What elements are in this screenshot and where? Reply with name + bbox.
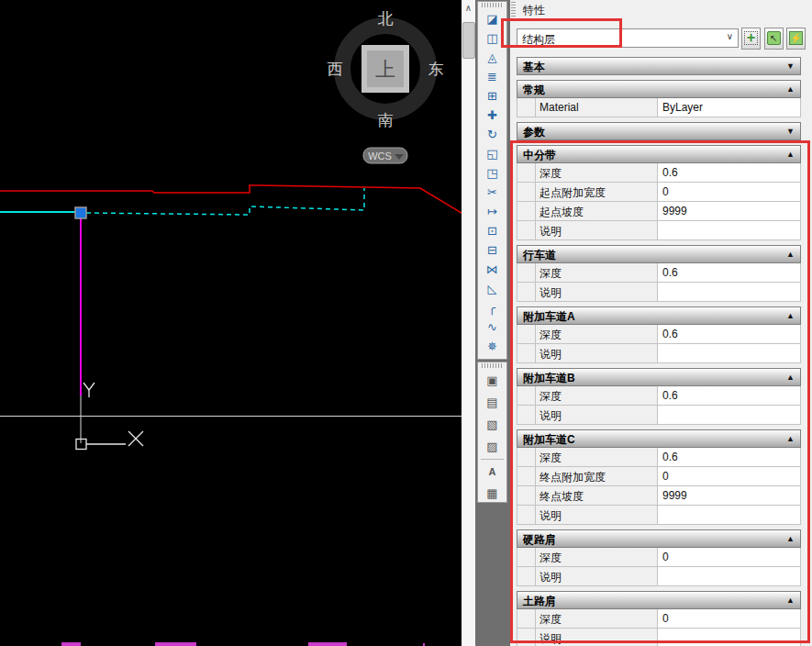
- collapse-arrow-icon[interactable]: ▲: [786, 84, 795, 94]
- section-header[interactable]: 行车道 ▲: [517, 245, 801, 263]
- property-value-field[interactable]: ByLayer: [657, 98, 801, 117]
- explode-icon[interactable]: ✵: [478, 337, 506, 356]
- property-value-field[interactable]: [657, 506, 801, 525]
- scrollbar-thumb[interactable]: [462, 22, 475, 59]
- palette-scrollbar[interactable]: ∧: [462, 0, 475, 646]
- property-value-field[interactable]: 0: [657, 609, 801, 629]
- property-value-field[interactable]: 0.6: [657, 386, 801, 406]
- object-type-dropdown[interactable]: 结构层 ∨: [517, 28, 739, 48]
- row-indent: [517, 548, 535, 567]
- blend-curves-icon[interactable]: ∿: [478, 317, 506, 337]
- extend-icon[interactable]: ↦: [478, 202, 506, 221]
- mirror-icon[interactable]: ◬: [478, 48, 506, 67]
- property-value-field[interactable]: 9999: [657, 486, 801, 506]
- send-under-objects-icon[interactable]: ▨: [478, 436, 506, 458]
- compass-west-label[interactable]: 西: [328, 61, 343, 78]
- property-value-field[interactable]: [657, 629, 801, 646]
- bottom-section-markers: [61, 642, 425, 646]
- bring-above-objects-icon[interactable]: ▧: [478, 414, 506, 436]
- move-icon[interactable]: ✚: [478, 106, 506, 125]
- collapse-arrow-icon[interactable]: ▲: [786, 311, 795, 320]
- collapse-arrow-icon[interactable]: ▲: [786, 434, 795, 443]
- section-title: 中分带: [523, 148, 556, 163]
- toolbar-grip[interactable]: [482, 363, 503, 368]
- erase-icon[interactable]: ◪: [478, 9, 506, 28]
- stretch-icon[interactable]: ◳: [478, 163, 506, 183]
- section-header[interactable]: 附加车道B ▲: [517, 368, 801, 386]
- viewcube-top-label[interactable]: 上: [375, 58, 395, 81]
- compass-south-label[interactable]: 南: [378, 112, 394, 129]
- section-marker[interactable]: [308, 642, 347, 646]
- row-indent: [517, 609, 535, 629]
- object-type-value: 结构层: [522, 32, 555, 48]
- palette-titlebar[interactable]: 特性: [510, 0, 812, 18]
- property-row: 说明: [517, 221, 801, 240]
- section-header[interactable]: 中分带 ▲: [517, 145, 801, 163]
- hatch-to-back-icon[interactable]: ▦: [478, 483, 506, 505]
- collapse-arrow-icon[interactable]: ▼: [786, 127, 795, 136]
- property-value-field[interactable]: 9999: [657, 202, 801, 221]
- fillet-icon[interactable]: ╭: [478, 298, 506, 317]
- property-value-field[interactable]: 0: [657, 467, 801, 486]
- array-icon[interactable]: ⊞: [478, 86, 506, 106]
- trim-icon[interactable]: ✂: [478, 183, 506, 202]
- text-to-front-icon[interactable]: A: [478, 461, 506, 483]
- quick-select-button[interactable]: ⚡: [786, 28, 806, 50]
- collapse-arrow-icon[interactable]: ▲: [786, 534, 795, 543]
- scale-icon[interactable]: ◱: [478, 144, 506, 163]
- property-row: 深度 0.6: [517, 448, 801, 467]
- section-header[interactable]: 参数 ▼: [517, 122, 801, 140]
- break-icon[interactable]: ⊟: [478, 240, 506, 260]
- wcs-menu[interactable]: WCS: [363, 148, 407, 163]
- property-label: 深度: [535, 548, 657, 567]
- scroll-up-arrow-icon[interactable]: ∧: [462, 2, 475, 15]
- property-value-field[interactable]: [657, 567, 801, 586]
- break-at-point-icon[interactable]: ⊡: [478, 221, 506, 240]
- row-indent: [517, 506, 535, 525]
- section-header[interactable]: 附加车道A ▲: [517, 306, 801, 325]
- section-header[interactable]: 土路肩 ▲: [517, 591, 801, 609]
- red-profile-polyline[interactable]: [0, 185, 462, 213]
- compass-east-label[interactable]: 东: [428, 61, 444, 78]
- section-marker[interactable]: [155, 642, 196, 646]
- selection-grip[interactable]: [75, 207, 86, 218]
- toggle-pickadd-button[interactable]: ✛: [741, 28, 761, 50]
- property-value-field[interactable]: 0: [657, 183, 801, 202]
- send-to-back-icon[interactable]: ▤: [478, 392, 506, 414]
- property-value-field[interactable]: [657, 344, 801, 363]
- copy-icon[interactable]: ◫: [478, 28, 506, 48]
- chevron-down-icon[interactable]: ∨: [727, 31, 733, 41]
- section-header[interactable]: 常规 ▲: [517, 80, 801, 98]
- compass-north-label[interactable]: 北: [378, 10, 394, 28]
- section-header[interactable]: 基本 ▼: [517, 57, 801, 75]
- bring-to-front-icon[interactable]: ▣: [478, 370, 506, 392]
- section-marker[interactable]: [61, 642, 81, 646]
- property-value-field[interactable]: [657, 283, 801, 302]
- collapse-arrow-icon[interactable]: ▲: [786, 250, 795, 259]
- collapse-arrow-icon[interactable]: ▲: [786, 373, 795, 382]
- property-value-field[interactable]: [657, 406, 801, 425]
- select-objects-button[interactable]: ↖: [764, 28, 784, 50]
- palette-grip[interactable]: [511, 2, 516, 17]
- section-header[interactable]: 附加车道C ▲: [517, 429, 801, 448]
- join-icon[interactable]: ⋈: [478, 260, 506, 279]
- property-value-field[interactable]: 0.6: [657, 163, 801, 183]
- wcs-label[interactable]: WCS: [368, 150, 392, 162]
- property-value-field[interactable]: 0.6: [657, 263, 801, 283]
- property-value-field[interactable]: 0: [657, 548, 801, 567]
- collapse-arrow-icon[interactable]: ▼: [786, 61, 795, 71]
- chamfer-icon[interactable]: ◺: [478, 279, 506, 298]
- toolbar-grip[interactable]: [482, 3, 503, 7]
- section-header[interactable]: 硬路肩 ▲: [517, 529, 801, 548]
- drawing-canvas[interactable]: 北 南 西 东 上 WCS: [0, 0, 462, 646]
- offset-icon[interactable]: ≣: [478, 67, 506, 86]
- rotate-icon[interactable]: ↻: [478, 125, 506, 144]
- row-indent: [517, 325, 535, 344]
- property-label: 深度: [535, 609, 657, 629]
- property-value-field[interactable]: 0.6: [657, 325, 801, 344]
- property-value-field[interactable]: [657, 221, 801, 240]
- collapse-arrow-icon[interactable]: ▲: [786, 150, 795, 159]
- collapse-arrow-icon[interactable]: ▲: [786, 596, 795, 605]
- viewcube-compass[interactable]: 北 南 西 东 上: [328, 10, 444, 129]
- property-value-field[interactable]: 0.6: [657, 448, 801, 467]
